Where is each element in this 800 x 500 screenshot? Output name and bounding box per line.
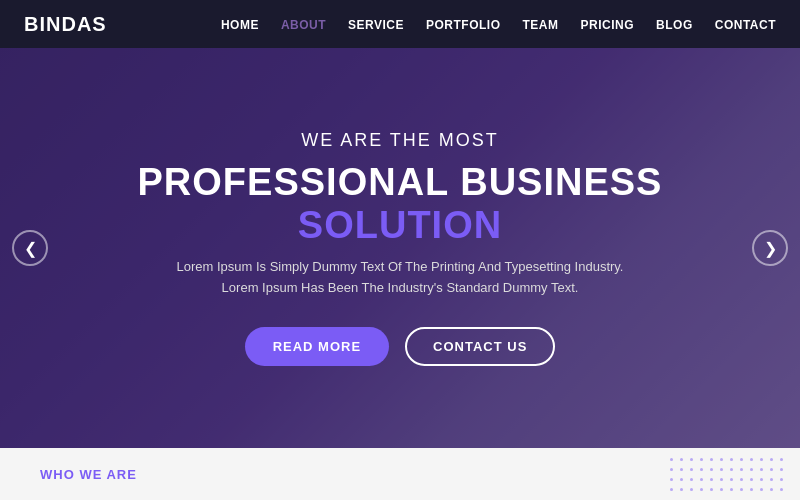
dot-11 (780, 458, 783, 461)
hero-buttons: READ MORE CONTACT US (40, 327, 760, 366)
nav-item-about[interactable]: ABOUT (281, 15, 326, 33)
dot-38 (690, 488, 693, 491)
dot-42 (730, 488, 733, 491)
nav-menu: HOME ABOUT SERVICE PORTFOLIO TEAM PRICIN… (221, 15, 776, 33)
read-more-button[interactable]: READ MORE (245, 327, 389, 366)
dot-21 (760, 468, 763, 471)
hero-section: ❮ WE ARE THE MOST PROFESSIONAL BUSINESS … (0, 48, 800, 448)
dot-45 (760, 488, 763, 491)
nav-item-blog[interactable]: BLOG (656, 15, 693, 33)
dot-4 (710, 458, 713, 461)
dot-0 (670, 458, 673, 461)
nav-link-blog[interactable]: BLOG (656, 18, 693, 32)
hero-title: PROFESSIONAL BUSINESS SOLUTION (40, 161, 760, 247)
dot-22 (770, 468, 773, 471)
nav-link-portfolio[interactable]: PORTFOLIO (426, 18, 501, 32)
dot-27 (700, 478, 703, 481)
dot-6 (730, 458, 733, 461)
nav-link-service[interactable]: SERVICE (348, 18, 404, 32)
dot-2 (690, 458, 693, 461)
dot-15 (700, 468, 703, 471)
hero-subtitle: WE ARE THE MOST (40, 130, 760, 151)
next-slide-button[interactable]: ❯ (752, 230, 788, 266)
dot-37 (680, 488, 683, 491)
dot-30 (730, 478, 733, 481)
dot-3 (700, 458, 703, 461)
nav-item-portfolio[interactable]: PORTFOLIO (426, 15, 501, 33)
prev-slide-button[interactable]: ❮ (12, 230, 48, 266)
nav-link-team[interactable]: TEAM (523, 18, 559, 32)
dot-25 (680, 478, 683, 481)
nav-link-about[interactable]: ABOUT (281, 18, 326, 32)
dot-8 (750, 458, 753, 461)
dot-19 (740, 468, 743, 471)
dot-35 (780, 478, 783, 481)
dot-14 (690, 468, 693, 471)
nav-link-pricing[interactable]: PRICING (581, 18, 635, 32)
dot-9 (760, 458, 763, 461)
nav-item-contact[interactable]: CONTACT (715, 15, 776, 33)
dot-28 (710, 478, 713, 481)
hero-content: WE ARE THE MOST PROFESSIONAL BUSINESS SO… (0, 130, 800, 366)
dot-1 (680, 458, 683, 461)
dot-29 (720, 478, 723, 481)
below-hero-section: WHO WE ARE const dotsContainer = documen… (0, 448, 800, 500)
nav-link-contact[interactable]: CONTACT (715, 18, 776, 32)
dot-36 (670, 488, 673, 491)
hero-title-highlight: SOLUTION (298, 204, 502, 246)
arrow-right-icon: ❯ (764, 239, 777, 258)
dot-7 (740, 458, 743, 461)
dot-24 (670, 478, 673, 481)
dot-34 (770, 478, 773, 481)
dot-23 (780, 468, 783, 471)
who-we-are-label: WHO WE ARE (40, 467, 137, 482)
dot-40 (710, 488, 713, 491)
nav-item-pricing[interactable]: PRICING (581, 15, 635, 33)
navbar: BINDAS HOME ABOUT SERVICE PORTFOLIO TEAM… (0, 0, 800, 48)
contact-us-button[interactable]: CONTACT US (405, 327, 555, 366)
arrow-left-icon: ❮ (24, 239, 37, 258)
nav-link-home[interactable]: HOME (221, 18, 259, 32)
hero-description: Lorem Ipsum Is Simply Dummy Text Of The … (160, 257, 640, 299)
dot-33 (760, 478, 763, 481)
nav-item-home[interactable]: HOME (221, 15, 259, 33)
dot-26 (690, 478, 693, 481)
dot-31 (740, 478, 743, 481)
dot-39 (700, 488, 703, 491)
dot-13 (680, 468, 683, 471)
dot-47 (780, 488, 783, 491)
dot-44 (750, 488, 753, 491)
dot-46 (770, 488, 773, 491)
dot-41 (720, 488, 723, 491)
dot-20 (750, 468, 753, 471)
dot-12 (670, 468, 673, 471)
dot-10 (770, 458, 773, 461)
site-logo: BINDAS (24, 13, 107, 36)
dot-32 (750, 478, 753, 481)
dot-18 (730, 468, 733, 471)
hero-title-part1: PROFESSIONAL BUSINESS (138, 161, 663, 203)
dot-16 (710, 468, 713, 471)
dot-43 (740, 488, 743, 491)
dot-5 (720, 458, 723, 461)
dots-decoration: const dotsContainer = document.querySele… (670, 458, 790, 498)
dot-17 (720, 468, 723, 471)
nav-item-team[interactable]: TEAM (523, 15, 559, 33)
nav-item-service[interactable]: SERVICE (348, 15, 404, 33)
